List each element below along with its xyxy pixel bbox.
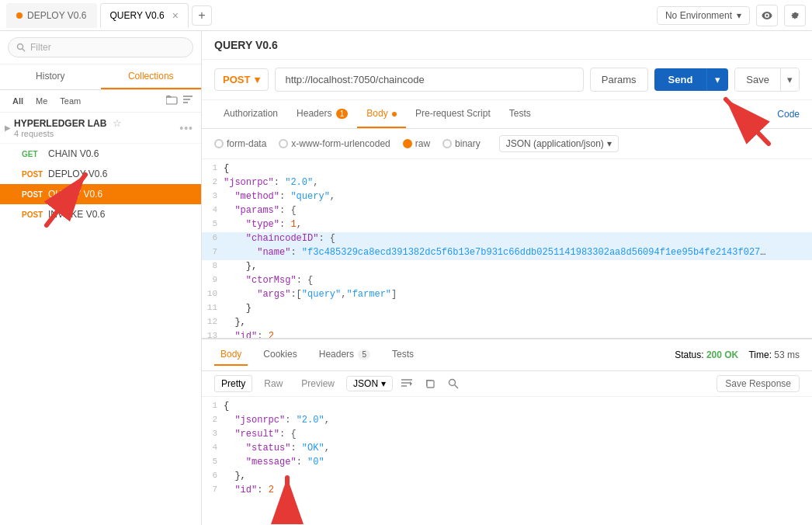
collection-menu-dots[interactable]: •••	[179, 122, 193, 134]
search-input[interactable]: Filter	[8, 37, 193, 57]
tab-body-label: Body	[366, 108, 387, 119]
caret-icon: ▶	[5, 123, 11, 132]
params-button[interactable]: Params	[590, 68, 648, 92]
gear-icon	[789, 9, 801, 22]
resp-headers-label: Headers	[319, 349, 354, 360]
filter-icon-area	[166, 95, 193, 107]
request-name-chain: CHAIN V0.6	[48, 148, 99, 159]
code-line-11: 11 }	[202, 302, 812, 316]
sidebar-search-area: Filter	[0, 31, 201, 64]
tab-body[interactable]: Body	[357, 100, 406, 128]
request-item-query[interactable]: POST QUERY V0.6	[0, 184, 201, 204]
label-binary: binary	[455, 138, 481, 149]
request-item-deploy[interactable]: POST DEPLOY V0.6	[0, 164, 201, 184]
collection-info: HYPERLEDGER LAB ☆ 4 requests	[14, 117, 122, 138]
body-type-urlencoded[interactable]: x-www-form-urlencoded	[279, 138, 390, 149]
collection-header[interactable]: ▶ HYPERLEDGER LAB ☆ 4 requests •••	[0, 113, 201, 144]
resp-tab-tests[interactable]: Tests	[386, 344, 420, 366]
save-dropdown-button[interactable]: ▾	[780, 68, 799, 91]
resp-line-4: 4 "status": "OK",	[202, 442, 812, 456]
copy-icon[interactable]	[421, 374, 439, 393]
tab-deploy[interactable]: DEPLOY V0.6	[6, 3, 97, 28]
gear-icon-btn[interactable]	[784, 5, 806, 26]
resp-format-raw[interactable]: Raw	[257, 375, 290, 392]
method-selector[interactable]: POST ▾	[214, 68, 269, 91]
body-type-raw[interactable]: raw	[403, 138, 430, 149]
send-button[interactable]: Send	[654, 68, 707, 91]
filter-all[interactable]: All	[8, 95, 28, 107]
eye-icon-btn[interactable]	[756, 5, 778, 26]
code-line-9: 9 "ctorMsg": {	[202, 274, 812, 288]
wrap-lines-icon[interactable]	[397, 374, 416, 393]
json-format-dropdown[interactable]: JSON (application/json) ▾	[499, 135, 619, 152]
method-post-badge-query: POST	[22, 190, 48, 199]
tab-query[interactable]: QUERY V0.6 ×	[100, 3, 189, 28]
resp-tab-cookies[interactable]: Cookies	[257, 344, 303, 366]
request-item-invoke[interactable]: POST INVOKE V0.6	[0, 204, 201, 224]
sidebar-tab-collections[interactable]: Collections	[101, 64, 202, 89]
filter-me[interactable]: Me	[31, 95, 52, 107]
search-resp-icon[interactable]	[444, 374, 463, 393]
tab-add-button[interactable]: +	[192, 5, 212, 26]
tab-query-close[interactable]: ×	[172, 9, 179, 22]
resp-headers-count: 5	[358, 349, 370, 360]
collection-sub: 4 requests	[14, 129, 122, 138]
send-dropdown-button[interactable]: ▾	[706, 68, 728, 91]
resp-line-6: 6 },	[202, 470, 812, 484]
save-button[interactable]: Save	[735, 68, 780, 91]
svg-rect-9	[427, 381, 434, 388]
resp-format-preview[interactable]: Preview	[294, 375, 342, 392]
resp-line-3: 3 "result": {	[202, 428, 812, 442]
save-response-button[interactable]: Save Response	[717, 375, 800, 392]
code-line-2: 2 "jsonrpc": "2.0",	[202, 176, 812, 190]
tab-tests[interactable]: Tests	[500, 100, 540, 128]
label-urlencoded: x-www-form-urlencoded	[291, 138, 390, 149]
body-type-bar: form-data x-www-form-urlencoded raw bina…	[202, 129, 812, 159]
sidebar-tab-history[interactable]: History	[0, 64, 101, 89]
radio-binary	[442, 139, 452, 148]
request-bar: POST ▾ Params Send ▾ Save ▾	[202, 60, 812, 100]
sidebar-filter-bar: All Me Team	[0, 90, 201, 113]
request-item-chain[interactable]: GET CHAIN V0.6	[0, 144, 201, 164]
sort-icon[interactable]	[182, 95, 193, 107]
resp-tab-body[interactable]: Body	[214, 344, 248, 366]
svg-line-11	[455, 385, 459, 389]
env-dropdown[interactable]: No Environment ▾	[657, 6, 750, 25]
code-line-8: 8 },	[202, 260, 812, 274]
url-input[interactable]	[275, 68, 583, 92]
code-line-3: 3 "method": "query",	[202, 190, 812, 204]
tab-authorization[interactable]: Authorization	[214, 100, 287, 128]
folder-icon[interactable]	[166, 95, 178, 107]
status-label: Status:	[675, 349, 703, 360]
code-line-4: 4 "params": {	[202, 204, 812, 218]
eye-icon	[761, 9, 773, 22]
body-type-form-data[interactable]: form-data	[214, 138, 266, 149]
svg-point-10	[449, 380, 456, 386]
tab-pre-request[interactable]: Pre-request Script	[406, 100, 500, 128]
filter-team[interactable]: Team	[55, 95, 85, 107]
code-line-10: 10 "args":["query","farmer"]	[202, 288, 812, 302]
radio-urlencoded	[279, 139, 288, 148]
code-line-1: 1 {	[202, 162, 812, 176]
body-type-binary[interactable]: binary	[442, 138, 481, 149]
method-post-badge-invoke: POST	[22, 210, 48, 219]
resp-format-pretty[interactable]: Pretty	[214, 375, 252, 392]
code-link[interactable]: Code	[777, 109, 800, 120]
resp-json-select[interactable]: JSON ▾	[346, 376, 393, 391]
request-name-invoke: INVOKE V0.6	[48, 209, 105, 220]
json-format-chevron: ▾	[607, 138, 612, 149]
sidebar: Filter History Collections All Me Team	[0, 31, 202, 525]
star-icon: ☆	[113, 117, 122, 129]
tab-headers[interactable]: Headers 1	[287, 100, 357, 128]
headers-count: 1	[336, 109, 349, 119]
svg-line-1	[23, 49, 25, 51]
method-chevron: ▾	[255, 74, 260, 85]
code-line-6: 6 "chaincodeID": {	[202, 232, 812, 246]
request-body-editor[interactable]: 1 { 2 "jsonrpc": "2.0", 3 "method": "que…	[202, 159, 812, 338]
status-value: 200 OK	[706, 349, 738, 360]
code-line-7: 7 "name": "f3c485329ca8ecd391382dc5f6b13…	[202, 246, 812, 260]
response-header: Body Cookies Headers 5 Tests Status: 200…	[202, 339, 812, 371]
time-value: 53 ms	[774, 349, 800, 360]
tab-add-icon: +	[198, 9, 205, 23]
resp-tab-headers[interactable]: Headers 5	[313, 344, 377, 366]
